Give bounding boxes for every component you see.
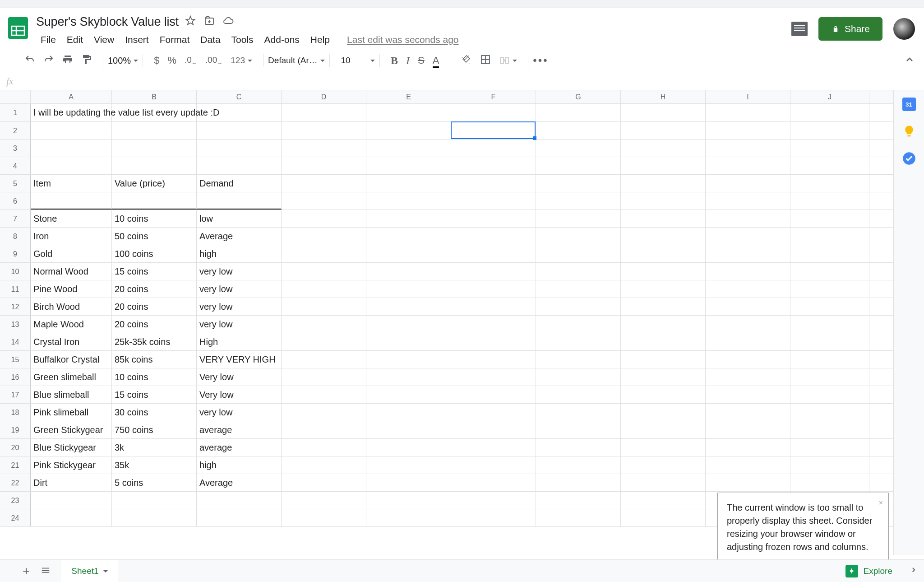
cell-H2[interactable]	[621, 122, 706, 139]
cell-C15[interactable]: VERY VERY HIGH	[197, 351, 282, 368]
cell-G1[interactable]	[536, 104, 621, 121]
row-header-11[interactable]: 11	[0, 280, 31, 298]
cell-H9[interactable]	[621, 245, 706, 262]
cell-I21[interactable]	[706, 456, 790, 474]
cell-C12[interactable]: very low	[197, 298, 282, 315]
cell-B9[interactable]: 100 coins	[112, 245, 197, 262]
cell-C23[interactable]	[197, 492, 282, 509]
cell-B12[interactable]: 20 coins	[112, 298, 197, 315]
redo-icon[interactable]	[43, 54, 54, 67]
cell-J17[interactable]	[790, 386, 869, 403]
cell-D9[interactable]	[282, 245, 366, 262]
cell-B15[interactable]: 85k coins	[112, 351, 197, 368]
col-header-G[interactable]: G	[536, 90, 621, 103]
cell-A1[interactable]: I will be updating the value list every …	[31, 104, 112, 121]
collapse-toolbar-button[interactable]	[904, 54, 915, 67]
cell-J16[interactable]	[790, 368, 869, 386]
doc-title[interactable]: Super's Skyblock Value list	[36, 15, 179, 29]
cell-G11[interactable]	[536, 280, 621, 298]
cell-I3[interactable]	[706, 140, 790, 157]
cell-D12[interactable]	[282, 298, 366, 315]
cell-E20[interactable]	[366, 439, 451, 456]
row-header-15[interactable]: 15	[0, 351, 31, 368]
row-header-1[interactable]: 1	[0, 104, 31, 121]
cell-C3[interactable]	[197, 140, 282, 157]
cell-B4[interactable]	[112, 157, 197, 174]
cell-J12[interactable]	[790, 298, 869, 315]
cell-J7[interactable]	[790, 210, 869, 227]
cell-H18[interactable]	[621, 404, 706, 421]
cell-E9[interactable]	[366, 245, 451, 262]
alert-close-button[interactable]: ×	[879, 498, 883, 508]
row-header-3[interactable]: 3	[0, 140, 31, 157]
decrease-decimal-button[interactable]: .0←	[185, 55, 197, 66]
comments-button[interactable]	[791, 22, 808, 36]
cell-F13[interactable]	[451, 316, 536, 333]
cell-E12[interactable]	[366, 298, 451, 315]
bold-button[interactable]: B	[391, 55, 398, 67]
col-header-I[interactable]: I	[706, 90, 790, 103]
cell-C4[interactable]	[197, 157, 282, 174]
cell-B10[interactable]: 15 coins	[112, 263, 197, 280]
cell-H13[interactable]	[621, 316, 706, 333]
cell-D20[interactable]	[282, 439, 366, 456]
cell-C14[interactable]: High	[197, 333, 282, 350]
currency-button[interactable]: $	[154, 55, 159, 66]
cell-C10[interactable]: very low	[197, 263, 282, 280]
cell-E23[interactable]	[366, 492, 451, 509]
cell-F21[interactable]	[451, 456, 536, 474]
row-header-10[interactable]: 10	[0, 263, 31, 280]
cell-A13[interactable]: Maple Wood	[31, 316, 112, 333]
sheet-tab-menu-icon[interactable]	[103, 570, 108, 575]
cell-B14[interactable]: 25k-35k coins	[112, 333, 197, 350]
cell-E5[interactable]	[366, 175, 451, 192]
cell-F19[interactable]	[451, 421, 536, 438]
explore-button[interactable]: Explore	[864, 566, 892, 576]
italic-button[interactable]: I	[406, 55, 410, 67]
cell-A9[interactable]: Gold	[31, 245, 112, 262]
row-header-5[interactable]: 5	[0, 175, 31, 192]
cell-A19[interactable]: Green Stickygear	[31, 421, 112, 438]
undo-icon[interactable]	[24, 54, 35, 67]
cell-F17[interactable]	[451, 386, 536, 403]
cell-I6[interactable]	[706, 192, 790, 210]
cell-H24[interactable]	[621, 509, 706, 526]
cell-E18[interactable]	[366, 404, 451, 421]
sheet-tab[interactable]: Sheet1	[61, 559, 117, 582]
cell-H14[interactable]	[621, 333, 706, 350]
cell-F3[interactable]	[451, 140, 536, 157]
cell-H15[interactable]	[621, 351, 706, 368]
menu-file[interactable]: File	[36, 33, 60, 47]
row-header-12[interactable]: 12	[0, 298, 31, 315]
cell-D16[interactable]	[282, 368, 366, 386]
cell-H12[interactable]	[621, 298, 706, 315]
cell-E21[interactable]	[366, 456, 451, 474]
col-header-D[interactable]: D	[282, 90, 366, 103]
cell-I9[interactable]	[706, 245, 790, 262]
percent-button[interactable]: %	[167, 55, 176, 66]
keep-sidebar-icon[interactable]	[902, 125, 916, 138]
cell-J15[interactable]	[790, 351, 869, 368]
cell-H20[interactable]	[621, 439, 706, 456]
cell-I5[interactable]	[706, 175, 790, 192]
formula-bar[interactable]: fx	[0, 72, 924, 90]
cell-C6[interactable]	[197, 192, 282, 210]
cell-D19[interactable]	[282, 421, 366, 438]
cell-G16[interactable]	[536, 368, 621, 386]
row-header-2[interactable]: 2	[0, 122, 31, 139]
number-format-dropdown[interactable]: 123	[231, 56, 252, 65]
menu-view[interactable]: View	[89, 33, 119, 47]
cell-F12[interactable]	[451, 298, 536, 315]
sheets-logo[interactable]	[5, 15, 31, 41]
cell-G23[interactable]	[536, 492, 621, 509]
cell-F8[interactable]	[451, 228, 536, 245]
font-dropdown[interactable]: Default (Ari...	[268, 56, 325, 65]
cell-B16[interactable]: 10 coins	[112, 368, 197, 386]
cell-F20[interactable]	[451, 439, 536, 456]
cell-B17[interactable]: 15 coins	[112, 386, 197, 403]
cell-A7[interactable]: Stone	[31, 210, 112, 227]
cell-G7[interactable]	[536, 210, 621, 227]
cell-F2[interactable]	[451, 122, 536, 139]
select-all-cell[interactable]	[0, 90, 31, 103]
cell-J8[interactable]	[790, 228, 869, 245]
